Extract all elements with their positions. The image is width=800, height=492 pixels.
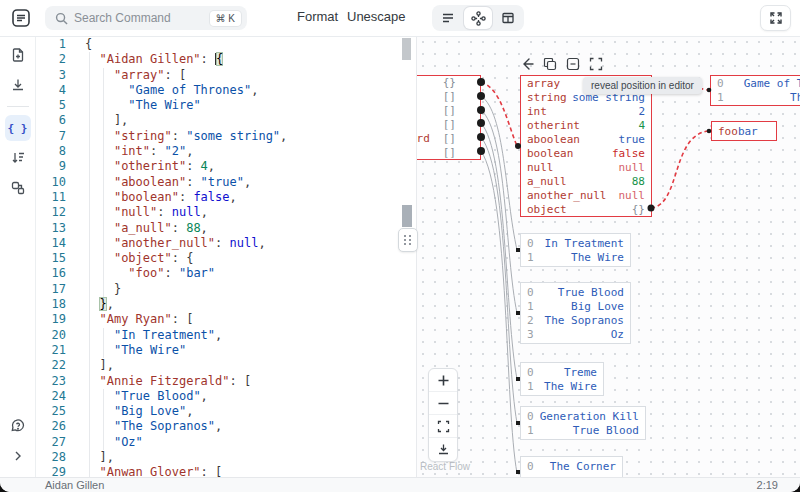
node-row: booleanfalse — [521, 146, 651, 160]
new-document-icon[interactable] — [5, 42, 31, 68]
command-search-input[interactable]: Search Command ⌘ K — [45, 6, 247, 30]
editor-scrollbar-thumb[interactable] — [402, 38, 411, 60]
table-view-button[interactable] — [494, 7, 522, 29]
node-row: 1True Blood — [521, 423, 645, 437]
unescape-button[interactable]: Unescape — [347, 9, 406, 24]
download-image-button[interactable] — [429, 438, 457, 461]
app-window: Search Command ⌘ K Format Unescape — [0, 0, 800, 492]
selected-object-node[interactable]: array[]stringsome stringint2otherint4abo… — [520, 75, 652, 217]
node-row: Clarke Peters[] — [417, 145, 480, 159]
node-row: Aidan Gillen{} — [417, 76, 480, 90]
code-lines: 1{2 "Aidan Gillen": {3 "array": [4 "Game… — [36, 37, 417, 477]
array-child-node[interactable]: 0Game of Thrones1The Wire — [710, 75, 800, 106]
zoom-out-button[interactable] — [429, 392, 457, 415]
node-row: 3Oz — [521, 327, 630, 341]
view-mode-switcher — [432, 5, 524, 31]
node-row: 0Treme — [521, 365, 603, 379]
format-button[interactable]: Format — [297, 9, 338, 24]
object-child-node[interactable]: foobar — [711, 121, 777, 141]
search-icon — [55, 12, 68, 25]
download-icon[interactable] — [5, 72, 31, 98]
sidebar-divider — [7, 106, 29, 107]
list-node-annie-fitzgerald[interactable]: 0True Blood1Big Love2The Sopranos3Oz — [520, 282, 631, 344]
top-toolbar: Search Command ⌘ K Format Unescape — [0, 0, 800, 37]
graph-canvas[interactable]: Aidan Gillen{}Amy Ryan[]Annie Fitzgerald… — [417, 36, 800, 477]
app-logo-icon — [9, 6, 33, 30]
collapse-sidebar-icon[interactable] — [5, 443, 31, 469]
zoom-in-button[interactable] — [429, 369, 457, 392]
node-row: 0Game of Thrones — [711, 76, 800, 90]
divider-scroll-thumb[interactable] — [402, 205, 412, 227]
text-view-button[interactable] — [434, 7, 462, 29]
panel-resize-handle[interactable] — [398, 228, 418, 252]
node-row: 0Generation Kill — [521, 409, 645, 423]
fullscreen-button[interactable] — [760, 5, 791, 31]
fit-view-button[interactable] — [429, 415, 457, 438]
node-row: nullnull — [521, 160, 651, 174]
node-row: 1The Wire — [521, 250, 630, 264]
copy-icon[interactable] — [543, 57, 557, 71]
cursor-position: 2:19 — [757, 479, 778, 491]
panel-divider — [416, 36, 417, 477]
graph-controls — [428, 368, 458, 462]
collapse-node-icon[interactable] — [566, 57, 580, 71]
back-icon[interactable] — [520, 57, 534, 71]
node-row: 0The Corner — [521, 459, 622, 473]
node-toolbar — [520, 57, 603, 71]
node-row: 1Big Love — [521, 299, 630, 313]
node-row: a_null88 — [521, 174, 651, 188]
transform-icon[interactable] — [5, 175, 31, 201]
root-object-node[interactable]: Aidan Gillen{}Amy Ryan[]Annie Fitzgerald… — [417, 75, 481, 160]
graph-view-button[interactable] — [464, 7, 492, 29]
list-node-amy-ryan[interactable]: 0In Treatment1The Wire — [520, 233, 631, 267]
status-bar: Aidan Gillen 2:19 — [0, 477, 800, 492]
node-row: Amy Ryan[] — [417, 90, 480, 104]
list-node-clarke-peters[interactable]: 0The Corner — [520, 456, 623, 477]
node-row: abooleantrue — [521, 132, 651, 146]
breadcrumb-path: Aidan Gillen — [45, 479, 757, 491]
node-row: another_nullnull — [521, 188, 651, 202]
drag-dots-icon — [404, 235, 412, 245]
node-row: Anwan Glover[] — [417, 117, 480, 131]
node-row: Annie Fitzgerald[] — [417, 104, 480, 118]
sort-icon[interactable] — [5, 145, 31, 171]
node-row: 1The Wire — [521, 379, 603, 393]
reveal-tooltip: reveal position in editor — [583, 77, 702, 94]
list-node-alexander-skarsgard[interactable]: 0Generation Kill1True Blood — [520, 406, 646, 440]
node-row: foobar — [712, 124, 764, 138]
node-row: 0In Treatment — [521, 236, 630, 250]
node-row: 0True Blood — [521, 285, 630, 299]
focus-node-icon[interactable] — [589, 57, 603, 71]
node-row: 1The Wire — [711, 90, 800, 104]
json-braces-icon[interactable]: { } — [5, 115, 31, 141]
list-node-anwan-glover[interactable]: 0Treme1The Wire — [520, 362, 604, 396]
reactflow-attribution: React Flow — [420, 461, 470, 472]
help-icon[interactable] — [5, 413, 31, 439]
node-row: int2 — [521, 104, 651, 118]
search-shortcut-badge: ⌘ K — [210, 11, 241, 26]
node-row: object{} — [521, 202, 651, 216]
json-code-editor[interactable]: 1{2 "Aidan Gillen": {3 "array": [4 "Game… — [36, 36, 417, 477]
node-row: 2The Sopranos — [521, 313, 630, 327]
node-row: Alexander Skarsgard[] — [417, 131, 480, 145]
left-sidebar: { } — [0, 36, 36, 477]
search-placeholder: Search Command — [74, 11, 210, 25]
node-row: otherint4 — [521, 118, 651, 132]
